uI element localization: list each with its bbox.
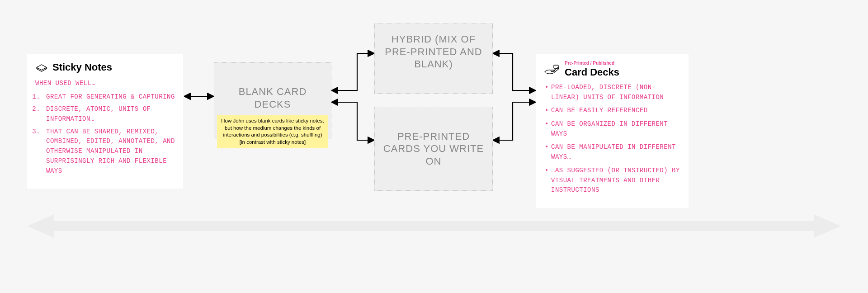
spectrum-double-arrow-icon bbox=[27, 213, 841, 240]
connectors bbox=[0, 0, 868, 293]
svg-marker-4 bbox=[27, 214, 841, 238]
